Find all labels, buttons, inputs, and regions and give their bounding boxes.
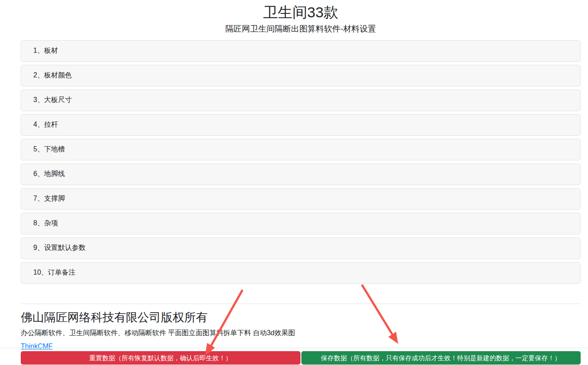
accordion-item-skirting[interactable]: 6、地脚线 <box>21 163 581 185</box>
accordion-item-pull-rod[interactable]: 4、拉杆 <box>21 114 581 136</box>
save-data-button[interactable]: 保存数据（所有数据，只有保存成功后才生效！特别是新建的数据，一定要保存！） <box>301 351 581 365</box>
reset-data-button[interactable]: 重置数据（所有恢复默认数据，确认后即生效！） <box>21 351 300 365</box>
main-content: 卫生间33款 隔匠网卫生间隔断出图算料软件-材料设置 1、板材 2、板材颜色 3… <box>21 0 581 350</box>
accordion-item-panel-size[interactable]: 3、大板尺寸 <box>21 90 581 111</box>
footer-divider <box>21 304 581 304</box>
accordion-item-floor-channel[interactable]: 5、下地槽 <box>21 139 581 160</box>
accordion-item-board[interactable]: 1、板材 <box>21 40 581 62</box>
accordion-item-default-params[interactable]: 9、设置默认参数 <box>21 237 581 259</box>
accordion-item-order-notes[interactable]: 10、订单备注 <box>21 262 581 284</box>
company-copyright: 佛山隔匠网络科技有限公司版权所有 <box>21 311 581 324</box>
settings-accordion: 1、板材 2、板材颜色 3、大板尺寸 4、拉杆 5、下地槽 6、地脚线 7、支撑… <box>21 40 581 284</box>
company-description: 办公隔断软件、卫生间隔断软件、移动隔断软件 平面图立面图算料拆单下料 自动3d效… <box>21 329 581 338</box>
page-subtitle: 隔匠网卫生间隔断出图算料软件-材料设置 <box>21 24 581 35</box>
bottom-action-bar: 重置数据（所有恢复默认数据，确认后即生效！） 保存数据（所有数据，只有保存成功后… <box>21 351 581 365</box>
accordion-item-support-foot[interactable]: 7、支撑脚 <box>21 188 581 210</box>
accordion-item-board-color[interactable]: 2、板材颜色 <box>21 65 581 86</box>
page: 卫生间33款 隔匠网卫生间隔断出图算料软件-材料设置 1、板材 2、板材颜色 3… <box>0 0 588 365</box>
bottom-bar-border <box>0 348 588 348</box>
accordion-item-misc[interactable]: 8、杂项 <box>21 213 581 234</box>
thinkcmf-link[interactable]: ThinkCMF <box>21 343 53 350</box>
page-title: 卫生间33款 <box>21 3 581 21</box>
